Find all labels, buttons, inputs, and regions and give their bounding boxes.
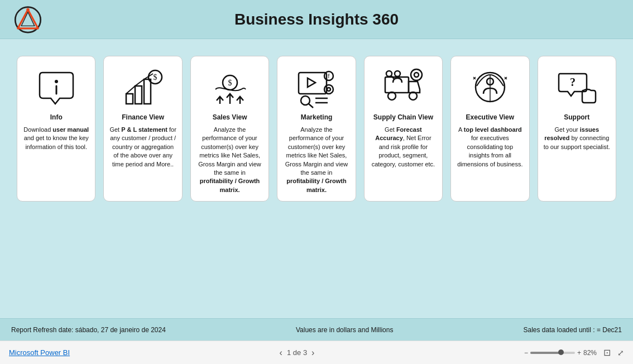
card-finance-desc: Get P & L statement for any customer / p… (109, 126, 176, 169)
svg-rect-26 (385, 77, 409, 93)
svg-point-29 (411, 69, 422, 80)
card-sales[interactable]: $ Sales View Analyze the performance of … (190, 56, 269, 202)
zoom-level: 82% (583, 349, 597, 357)
title-container: Business Insights 360 (73, 11, 560, 28)
card-finance[interactable]: $ Finance View Get P & L statement for a… (103, 56, 182, 202)
top-bar: Business Insights 360 (0, 0, 633, 39)
supply-chain-icon (378, 63, 428, 113)
page-indicator: 1 de 3 (287, 348, 307, 357)
svg-rect-7 (135, 86, 142, 104)
refresh-date: Report Refresh date: sábado, 27 de janei… (11, 326, 166, 334)
card-executive-title: Executive View (466, 113, 515, 121)
card-sales-desc: Analyze the performance of your customer… (196, 126, 263, 194)
status-bar: Report Refresh date: sábado, 27 de janei… (0, 318, 633, 341)
zoom-plus[interactable]: + (577, 349, 581, 357)
footer-right: − + 82% ⊡ ⤢ (524, 347, 624, 358)
svg-point-31 (395, 71, 400, 76)
svg-rect-16 (299, 73, 327, 94)
zoom-minus[interactable]: − (524, 349, 528, 357)
card-supply-chain-desc: Get Forecast Accuracy, Net Error and ris… (370, 126, 437, 169)
card-executive-desc: A top level dashboard for executives con… (457, 126, 523, 169)
card-supply-chain[interactable]: Supply Chain View Get Forecast Accuracy,… (364, 56, 443, 202)
card-finance-title: Finance View (122, 113, 164, 121)
footer-bar: Microsoft Power BI ‹ 1 de 3 › − + 82% ⊡ … (0, 341, 633, 364)
card-support[interactable]: ? Support Get your issues resolved by co… (538, 56, 616, 202)
card-support-title: Support (564, 113, 589, 121)
card-marketing-desc: Analyze the performance of your customer… (283, 126, 349, 194)
card-support-desc: Get your issues resolved by connecting t… (544, 126, 610, 151)
svg-line-23 (309, 104, 313, 108)
fullscreen-icon[interactable]: ⤢ (617, 348, 624, 357)
prev-page-button[interactable]: ‹ (280, 348, 282, 358)
page-current: 1 (287, 348, 291, 357)
svg-point-32 (386, 71, 392, 76)
svg-point-21 (327, 88, 330, 91)
svg-point-3 (26, 8, 29, 11)
svg-text:$: $ (154, 73, 157, 82)
svg-text:?: ? (570, 76, 576, 88)
page-total: 3 (303, 348, 307, 357)
finance-icon: $ (118, 63, 168, 113)
cards-row: Info Download user manual and get to kno… (17, 56, 616, 202)
card-marketing-title: Marketing (301, 113, 333, 121)
svg-marker-17 (308, 78, 315, 87)
info-icon (31, 63, 81, 113)
logo-container (11, 6, 73, 33)
page-separator: de (293, 348, 301, 357)
svg-point-30 (414, 73, 419, 77)
sales-data: Sales data loaded until : = Dec21 (524, 326, 622, 334)
svg-rect-6 (126, 94, 133, 104)
marketing-icon: f (291, 63, 342, 113)
support-icon: ? (552, 63, 602, 113)
values-info: Values are in dollars and Millions (296, 326, 394, 334)
next-page-button[interactable]: › (311, 348, 314, 358)
card-marketing[interactable]: f Marketing Analyze the performance of y… (277, 56, 356, 202)
svg-text:$: $ (228, 79, 232, 87)
page-title: Business Insights 360 (234, 11, 399, 28)
sales-icon: $ (205, 63, 255, 113)
svg-text:f: f (328, 73, 330, 79)
view-mode-icon[interactable]: ⊡ (603, 347, 611, 358)
card-executive[interactable]: Executive View A top level dashboard for… (450, 56, 529, 202)
svg-point-22 (301, 96, 310, 105)
card-sales-title: Sales View (213, 113, 247, 121)
powerbi-link[interactable]: Microsoft Power BI (9, 348, 70, 357)
card-info-title: Info (50, 113, 63, 121)
svg-rect-8 (144, 79, 151, 104)
main-content: Info Download user manual and get to kno… (0, 39, 633, 318)
executive-icon (465, 63, 515, 113)
company-logo (11, 6, 45, 33)
svg-point-4 (55, 80, 58, 83)
card-info[interactable]: Info Download user manual and get to kno… (17, 56, 95, 202)
page-navigation: ‹ 1 de 3 › (280, 348, 315, 358)
card-info-desc: Download user manual and get to know the… (23, 126, 89, 151)
card-supply-chain-title: Supply Chain View (373, 113, 433, 121)
svg-point-20 (324, 85, 333, 94)
zoom-control[interactable]: − + 82% (524, 349, 597, 357)
